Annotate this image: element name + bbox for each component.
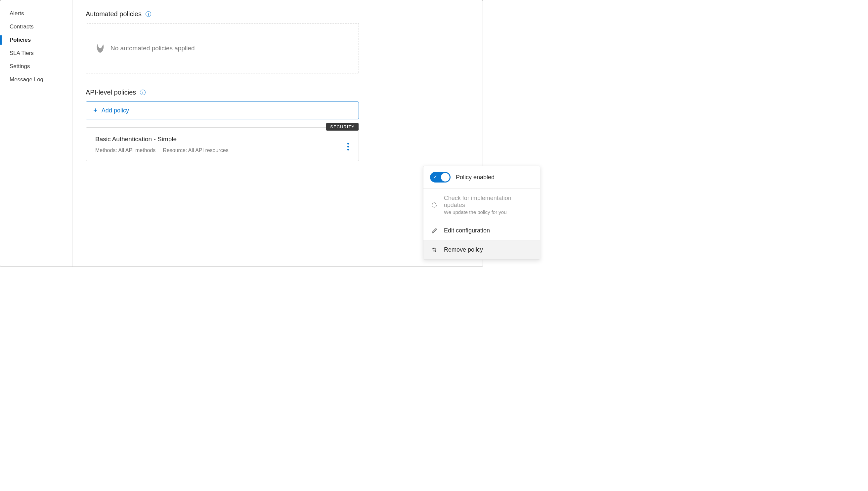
policy-card: SECURITY Basic Authentication - Simple M…	[86, 127, 359, 161]
api-level-policies-header: API-level policies i	[86, 89, 469, 96]
check-icon: ✓	[433, 174, 437, 179]
menu-item-remove-policy[interactable]: Remove policy	[423, 240, 540, 259]
policy-enabled-toggle[interactable]: ✓	[430, 172, 451, 182]
sidebar-item-sla-tiers[interactable]: SLA Tiers	[0, 47, 72, 60]
sidebar-item-alerts[interactable]: Alerts	[0, 7, 72, 20]
sidebar: Alerts Contracts Policies SLA Tiers Sett…	[0, 0, 73, 266]
trash-icon	[430, 247, 439, 253]
edit-configuration-label: Edit configuration	[444, 227, 490, 234]
add-policy-label: Add policy	[102, 107, 129, 114]
app-frame: Alerts Contracts Policies SLA Tiers Sett…	[0, 0, 483, 267]
automated-policies-empty-text: No automated policies applied	[111, 45, 195, 52]
remove-policy-label: Remove policy	[444, 246, 483, 253]
policy-resource: Resource: All API resources	[163, 147, 228, 153]
check-updates-label: Check for implementation updates	[444, 195, 533, 209]
info-icon[interactable]: i	[145, 11, 151, 17]
sidebar-item-contracts[interactable]: Contracts	[0, 20, 72, 33]
menu-item-check-updates[interactable]: Check for implementation updates We upda…	[423, 189, 540, 221]
policy-methods: Methods: All API methods	[95, 147, 156, 153]
menu-item-policy-enabled[interactable]: ✓ Policy enabled	[423, 166, 540, 189]
policy-meta: Methods: All API methods Resource: All A…	[95, 147, 350, 153]
policy-actions-menu-button[interactable]	[344, 142, 352, 151]
policy-enabled-label: Policy enabled	[456, 174, 495, 181]
add-policy-button[interactable]: + Add policy	[86, 102, 359, 119]
security-badge: SECURITY	[326, 123, 359, 131]
mule-icon	[96, 43, 105, 53]
automated-policies-header: Automated policies i	[86, 10, 469, 18]
sidebar-item-policies[interactable]: Policies	[0, 33, 72, 47]
automated-policies-empty: No automated policies applied	[86, 23, 359, 74]
automated-policies-title: Automated policies	[86, 10, 142, 18]
sidebar-item-settings[interactable]: Settings	[0, 60, 72, 73]
menu-item-edit-configuration[interactable]: Edit configuration	[423, 221, 540, 240]
check-updates-sub: We update the policy for you	[444, 209, 533, 215]
api-level-policies-title: API-level policies	[86, 89, 136, 96]
plus-icon: +	[93, 107, 97, 114]
sidebar-item-message-log[interactable]: Message Log	[0, 73, 72, 86]
main-content: Automated policies i No automated polici…	[73, 0, 483, 266]
policy-title: Basic Authentication - Simple	[95, 136, 350, 143]
refresh-icon	[430, 202, 439, 208]
info-icon[interactable]: i	[140, 90, 145, 95]
policy-actions-menu: ✓ Policy enabled Check for implementatio…	[423, 166, 540, 260]
pencil-icon	[430, 228, 439, 234]
